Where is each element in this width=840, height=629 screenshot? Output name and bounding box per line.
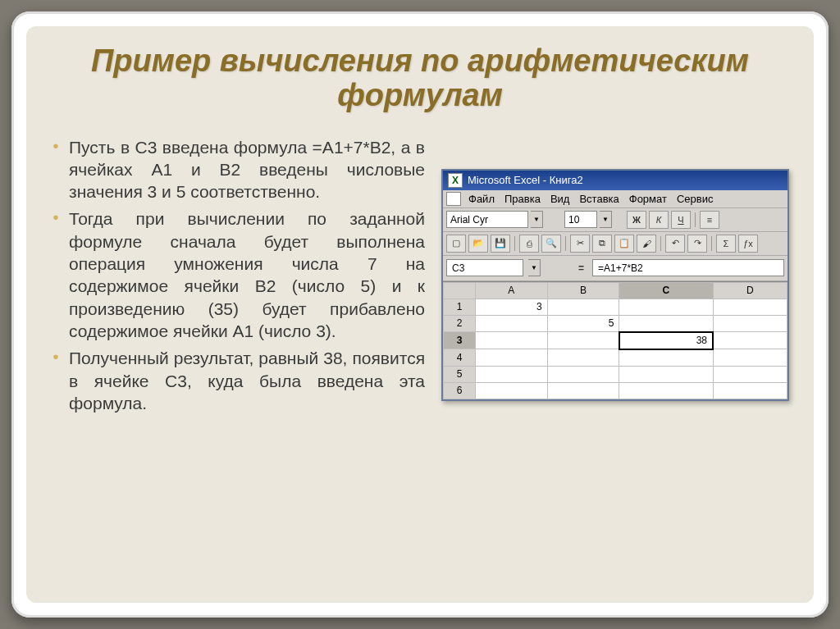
cell-d1[interactable]: [713, 299, 787, 315]
undo-button[interactable]: ↶: [665, 235, 685, 253]
slide-inner: Пример вычисления по арифметическим форм…: [26, 26, 814, 603]
row-header-4[interactable]: 4: [444, 349, 476, 367]
redo-button[interactable]: ↷: [687, 235, 707, 253]
cell-a5[interactable]: [476, 366, 548, 382]
cell-b4[interactable]: [547, 349, 619, 367]
excel-column: X Microsoft Excel - Книга2 Файл Правка В…: [441, 136, 789, 420]
cell-c1[interactable]: [619, 299, 713, 315]
slide-frame: Пример вычисления по арифметическим форм…: [11, 11, 829, 618]
window-title: Microsoft Excel - Книга2: [468, 174, 583, 186]
bullet-item: Тогда при вычислении по заданной формуле…: [51, 207, 425, 342]
cell-c4[interactable]: [619, 349, 713, 367]
separator: [711, 236, 712, 251]
open-button[interactable]: 📂: [468, 235, 488, 253]
dropdown-icon[interactable]: ▼: [528, 259, 541, 276]
separator: [695, 212, 696, 227]
cell-d4[interactable]: [713, 349, 787, 367]
col-header-a[interactable]: A: [476, 282, 548, 299]
menu-edit[interactable]: Правка: [500, 192, 545, 206]
font-name-selector[interactable]: Arial Cyr: [446, 211, 528, 228]
formula-input[interactable]: =A1+7*B2: [592, 259, 784, 276]
row-header-3[interactable]: 3: [444, 332, 476, 349]
cell-c5[interactable]: [619, 366, 713, 382]
save-button[interactable]: 💾: [491, 235, 510, 253]
font-size-selector[interactable]: 10: [564, 211, 597, 228]
bold-button[interactable]: Ж: [627, 211, 646, 229]
cell-a2[interactable]: [476, 315, 548, 332]
window-titlebar[interactable]: X Microsoft Excel - Книга2: [443, 171, 788, 190]
menu-format[interactable]: Формат: [625, 192, 671, 206]
cell-d3[interactable]: [713, 332, 787, 349]
cell-a4[interactable]: [476, 349, 548, 367]
align-left-button[interactable]: ≡: [700, 211, 719, 229]
paste-button[interactable]: 📋: [614, 235, 634, 253]
content-columns: Пусть в C3 введена формула =A1+7*B2, а в…: [26, 120, 814, 420]
excel-app-icon: X: [448, 173, 463, 188]
italic-button[interactable]: К: [649, 211, 669, 229]
copy-button[interactable]: ⧉: [592, 235, 612, 253]
dropdown-icon[interactable]: ▼: [531, 211, 543, 228]
col-header-c[interactable]: C: [619, 282, 713, 299]
col-header-b[interactable]: B: [547, 282, 619, 299]
text-column: Пусть в C3 введена формула =A1+7*B2, а в…: [51, 136, 425, 420]
new-doc-button[interactable]: ▢: [446, 235, 466, 253]
standard-toolbar: ▢ 📂 💾 ⎙ 🔍 ✂ ⧉ 📋 🖌 ↶ ↷: [443, 232, 788, 256]
row-header-2[interactable]: 2: [444, 315, 476, 332]
spreadsheet-grid[interactable]: A B C D 1 3: [443, 281, 788, 399]
equals-icon: =: [575, 262, 587, 274]
underline-button[interactable]: Ч: [671, 211, 691, 229]
autosum-button[interactable]: Σ: [716, 235, 736, 253]
cell-b3[interactable]: [547, 332, 619, 349]
cell-a3[interactable]: [476, 332, 548, 349]
dropdown-icon[interactable]: ▼: [600, 211, 612, 228]
excel-window: X Microsoft Excel - Книга2 Файл Правка В…: [441, 169, 789, 401]
cut-button[interactable]: ✂: [570, 235, 590, 253]
preview-button[interactable]: 🔍: [541, 235, 561, 253]
cell-b6[interactable]: [547, 382, 619, 399]
menu-view[interactable]: Вид: [546, 192, 574, 206]
separator: [514, 236, 515, 251]
format-painter-button[interactable]: 🖌: [637, 235, 656, 253]
menu-bar: Файл Правка Вид Вставка Формат Сервис: [443, 190, 788, 208]
menu-tools[interactable]: Сервис: [673, 192, 718, 206]
function-button[interactable]: ƒx: [738, 235, 758, 253]
bullet-list: Пусть в C3 введена формула =A1+7*B2, а в…: [51, 136, 425, 415]
row-header-6[interactable]: 6: [444, 382, 476, 399]
cell-d5[interactable]: [713, 366, 787, 382]
cell-c3[interactable]: 38: [619, 332, 713, 349]
formula-bar: C3 ▼ = =A1+7*B2: [443, 256, 788, 281]
select-all-corner[interactable]: [444, 282, 476, 299]
slide-title: Пример вычисления по арифметическим форм…: [26, 26, 814, 120]
cell-b2[interactable]: 5: [547, 315, 619, 332]
cell-b5[interactable]: [547, 366, 619, 382]
cell-a1[interactable]: 3: [476, 299, 548, 315]
name-box[interactable]: C3: [446, 259, 523, 276]
cell-c6[interactable]: [619, 382, 713, 399]
cell-c2[interactable]: [619, 315, 713, 332]
document-icon: [446, 192, 461, 206]
menu-file[interactable]: Файл: [464, 192, 499, 206]
cell-d2[interactable]: [713, 315, 787, 332]
print-button[interactable]: ⎙: [519, 235, 539, 253]
cell-b1[interactable]: [547, 299, 619, 315]
row-header-1[interactable]: 1: [444, 299, 476, 315]
bullet-item: Пусть в C3 введена формула =A1+7*B2, а в…: [51, 136, 425, 203]
font-toolbar: Arial Cyr ▼ 10 ▼ Ж К Ч ≡: [443, 208, 788, 232]
row-header-5[interactable]: 5: [444, 366, 476, 382]
menu-insert[interactable]: Вставка: [575, 192, 623, 206]
bullet-item: Полученный результат, равный 38, появитс…: [51, 347, 425, 414]
cell-d6[interactable]: [713, 382, 787, 399]
separator: [660, 236, 661, 251]
col-header-d[interactable]: D: [713, 282, 787, 299]
separator: [565, 236, 566, 251]
cell-a6[interactable]: [476, 382, 548, 399]
